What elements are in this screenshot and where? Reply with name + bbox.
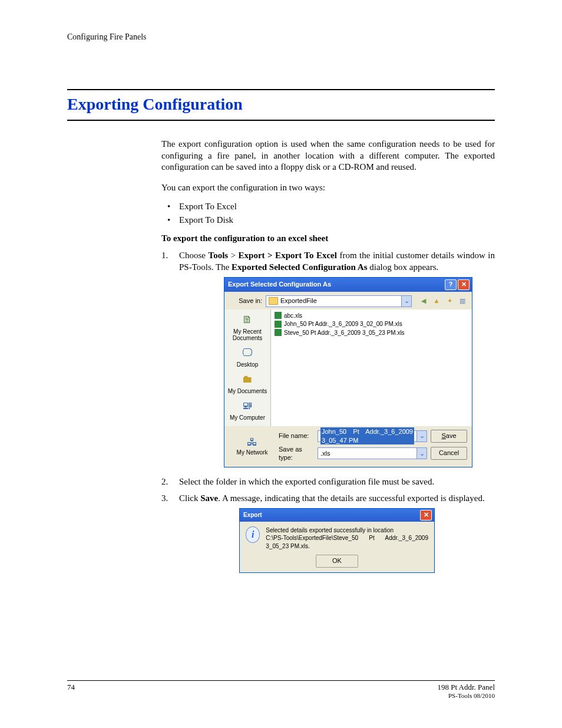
section-heading: Exporting Configuration [67,89,495,121]
save-button-tail: ave [446,432,457,439]
savetype-combo[interactable]: .xls ⌄ [318,447,427,459]
save-in-combo[interactable]: ExportedFile ⌄ [266,295,412,307]
help-icon[interactable]: ? [445,279,457,290]
chevron-down-icon[interactable]: ⌄ [401,296,411,307]
step1-tools: Tools [209,251,229,260]
filename-label: File name: [279,431,314,440]
step1-end: dialog box appears. [368,262,439,272]
place-mycomp[interactable]: 🖳 My Computer [224,398,270,424]
msg-line1: Selected details exported successfully i… [266,526,428,535]
place-mydocs[interactable]: 🖿 My Documents [224,371,270,398]
step1-menu: Export > Export To Excel [239,251,337,260]
msg-titlebar[interactable]: Export ✕ [240,509,434,522]
place-mynetwork[interactable]: 🖧 My Network [229,436,275,456]
desktop-icon: 🖵 [239,346,256,360]
bullet-export-disk: Export To Disk [161,215,495,225]
step-3: Click Save. A message, indicating that t… [161,492,495,573]
chevron-down-icon[interactable]: ⌄ [416,431,427,442]
procedure-list: Choose Tools > Export > Export To Excel … [161,249,495,573]
place-desktop-label: Desktop [226,361,269,368]
chevron-down-icon[interactable]: ⌄ [416,448,427,459]
export-options-list: Export To Excel Export To Disk [161,202,495,225]
place-recent-label: My Recent Documents [226,328,269,341]
running-header: Configuring Fire Panels [67,32,495,42]
place-mydocs-label: My Documents [226,388,269,394]
recent-docs-icon: 🗎 [239,313,256,327]
place-mynetwork-label: My Network [229,449,275,456]
step3-tail: . A message, indicating that the details… [218,493,484,503]
msg-title-text: Export [243,511,262,519]
step1-dlgname: Exported Selected Configuration As [232,262,367,272]
new-folder-icon[interactable]: ✦ [445,297,454,305]
places-bar: 🗎 My Recent Documents 🖵 Desktop 🖿 My Doc… [224,309,271,426]
close-icon[interactable]: ✕ [420,510,432,521]
savetype-label: Save as type: [279,445,314,463]
file-item[interactable]: John_50 Pt Addr._3_6_2009 3_02_00 PM.xls [275,320,468,328]
intro-paragraph-2: You can export the configuration in two … [161,182,495,194]
info-icon: i [246,526,260,543]
file-item[interactable]: Steve_50 Pt Addr._3_6_2009 3_05_23 PM.xl… [275,329,468,337]
savetype-value: .xls [320,449,330,458]
dialog-titlebar[interactable]: Export Selected Configuration As ? ✕ [224,278,472,292]
file-name: Steve_50 Pt Addr._3_6_2009 3_05_23 PM.xl… [284,329,405,337]
msg-line2: C:\PS-Tools\ExportedFile\Steve_50 Pt Add… [266,534,428,550]
ok-button[interactable]: OK [316,555,358,568]
close-icon[interactable]: ✕ [458,279,470,290]
step1-text: Choose [179,251,209,260]
network-icon: 🖧 [244,436,260,449]
place-mycomp-label: My Computer [226,414,269,421]
msg-text: Selected details exported successfully i… [266,526,428,551]
dialog-toolbar: Save in: ExportedFile ⌄ ◀ ▲ ✦ ▥ [224,292,472,309]
subheading-excel: To export the configuration to an excel … [161,233,495,243]
save-in-label: Save in: [229,297,262,305]
step-2: Select the folder in which the exported … [161,476,495,487]
page-footer: 74 198 Pt Addr. Panel PS-Tools 08/2010 [67,680,495,700]
mycomputer-icon: 🖳 [239,399,256,413]
place-recent[interactable]: 🗎 My Recent Documents [224,312,270,345]
nav-up-icon[interactable]: ▲ [432,297,441,305]
save-in-value: ExportedFile [280,297,317,305]
file-name: John_50 Pt Addr._3_6_2009 3_02_00 PM.xls [284,320,402,328]
step3-text: Click [179,493,200,503]
filename-input[interactable]: John_50 Pt Addr._3_6_2009 3_05_47 PM ⌄ [318,430,427,442]
place-desktop[interactable]: 🖵 Desktop [224,345,270,371]
file-item[interactable]: abc.xls [275,312,468,320]
filename-value: John_50 Pt Addr._3_6_2009 3_05_47 PM [320,427,414,445]
file-name: abc.xls [284,312,302,320]
step-1: Choose Tools > Export > Export To Excel … [161,249,495,467]
dialog-title-text: Export Selected Configuration As [228,280,331,289]
page-number: 74 [67,683,75,700]
views-icon[interactable]: ▥ [458,297,467,305]
save-as-dialog: Export Selected Configuration As ? ✕ Sav… [224,277,472,468]
step3-save: Save [200,493,218,503]
nav-back-icon[interactable]: ◀ [419,297,428,305]
footer-date: PS-Tools 08/2010 [437,692,495,700]
footer-product: 198 Pt Addr. Panel [437,683,495,692]
xls-icon [275,321,282,328]
xls-icon [275,329,282,336]
cancel-button[interactable]: Cancel [431,447,467,460]
export-message-dialog: Export ✕ i Selected details exported suc… [239,508,435,574]
save-button[interactable]: Save [431,430,467,443]
intro-paragraph-1: The export configuration option is used … [161,139,495,173]
step1-sep: > [228,251,238,260]
file-list-pane[interactable]: abc.xls John_50 Pt Addr._3_6_2009 3_02_0… [271,309,472,426]
mydocs-icon: 🖿 [239,373,256,387]
bullet-export-excel: Export To Excel [161,202,495,212]
folder-icon [269,297,278,305]
xls-icon [275,312,282,319]
